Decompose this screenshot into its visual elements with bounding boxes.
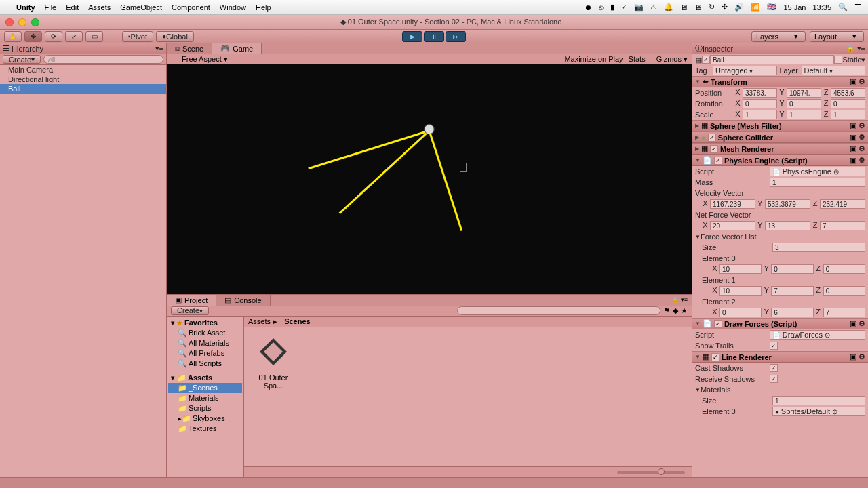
physics-engine-header[interactable]: ▼📄✓Physics Engine (Script)▣ ⚙ xyxy=(692,155,868,166)
e2-x[interactable] xyxy=(719,308,762,317)
e1-y[interactable] xyxy=(771,286,813,296)
hierarchy-item[interactable]: Main Camera xyxy=(0,65,166,75)
pivot-toggle[interactable]: ▪ Pivot xyxy=(122,31,153,42)
rect-tool[interactable]: ▭ xyxy=(85,31,103,42)
scale-y[interactable] xyxy=(787,110,821,119)
draw-forces-header[interactable]: ▼📄✓Draw Forces (Script)▣ ⚙ xyxy=(692,318,868,329)
global-toggle[interactable]: ● Global xyxy=(156,31,194,42)
e2-z[interactable] xyxy=(823,308,865,317)
scale-z[interactable] xyxy=(831,110,865,119)
bell-icon[interactable]: 🔔 xyxy=(664,3,673,12)
transform-header[interactable]: ▼⬌Transform▣ ⚙ xyxy=(692,76,868,87)
folder-item[interactable]: 📁 Materials xyxy=(168,393,242,403)
menu-assets[interactable]: Assets xyxy=(88,3,111,12)
e1-x[interactable] xyxy=(719,286,762,296)
menu-file[interactable]: File xyxy=(45,3,57,12)
camera-icon[interactable]: 📷 xyxy=(634,3,644,12)
vel-x[interactable] xyxy=(710,199,755,209)
layer-dropdown[interactable]: Default ▾ xyxy=(802,66,866,75)
pos-y[interactable] xyxy=(787,88,821,98)
folder-item[interactable]: 📁 Scripts xyxy=(168,403,242,413)
e0-y[interactable] xyxy=(771,264,813,274)
e0-z[interactable] xyxy=(823,264,865,274)
folder-item-selected[interactable]: 📁 _Scenes xyxy=(168,383,242,393)
tab-console[interactable]: ▤Console xyxy=(216,295,270,306)
display2-icon[interactable]: 🖥 xyxy=(694,3,702,12)
tab-project[interactable]: ▣Project xyxy=(167,295,216,306)
play-button[interactable]: ▶ xyxy=(402,31,422,42)
layers-dropdown[interactable]: Layers▾ xyxy=(751,31,806,42)
df-script-field[interactable]: 📄 DrawForces ⊙ xyxy=(770,330,865,340)
minimize-window-button[interactable] xyxy=(18,18,26,26)
menu-window[interactable]: Window xyxy=(220,3,246,12)
rot-y[interactable] xyxy=(787,99,821,108)
scale-tool[interactable]: ⤢ xyxy=(65,31,83,42)
gizmos-toggle[interactable]: Gizmos ▾ xyxy=(651,55,688,64)
close-window-button[interactable] xyxy=(5,18,14,26)
flag-icon[interactable]: 🇬🇧 xyxy=(767,3,776,12)
move-tool[interactable]: ✥ xyxy=(24,31,42,42)
fvl-size[interactable] xyxy=(772,243,865,252)
sphere-meshfilter-header[interactable]: ▶▦Sphere (Mesh Filter)▣ ⚙ xyxy=(692,120,868,131)
maximize-toggle[interactable]: Maximize on Play xyxy=(564,55,623,63)
folder-item[interactable]: ▸📁 Skyboxes xyxy=(168,413,242,424)
app-name[interactable]: Unity xyxy=(16,3,35,12)
script-field[interactable]: 📄 PhysicsEngine ⊙ xyxy=(770,167,865,176)
hierarchy-item[interactable]: Directional light xyxy=(0,75,166,84)
volume-icon[interactable]: 🔊 xyxy=(734,3,744,12)
project-search[interactable] xyxy=(457,306,660,315)
asset-item[interactable]: 01 Outer Spa... xyxy=(250,333,297,390)
vel-y[interactable] xyxy=(765,199,810,209)
show-trails-checkbox[interactable]: ✓ xyxy=(770,342,778,350)
hand-tool[interactable]: ✋ xyxy=(4,31,22,42)
rotate-tool[interactable]: ⟳ xyxy=(45,31,62,42)
hierarchy-item-selected[interactable]: Ball xyxy=(0,84,166,94)
rot-x[interactable] xyxy=(743,99,777,108)
mesh-renderer-header[interactable]: ▶▦✓Mesh Renderer▣ ⚙ xyxy=(692,143,868,155)
aspect-dropdown[interactable]: Free Aspect ▾ xyxy=(176,55,228,64)
flame-icon[interactable]: ♨ xyxy=(650,3,657,12)
e2-y[interactable] xyxy=(771,308,813,317)
save-search-icon[interactable]: ★ xyxy=(681,306,688,315)
pause-button[interactable]: ⏸ xyxy=(424,31,444,42)
mass-field[interactable] xyxy=(770,178,865,187)
rec-icon[interactable]: ⏺ xyxy=(585,3,592,12)
nf-z[interactable] xyxy=(820,221,865,230)
display-icon[interactable]: 🖥 xyxy=(680,3,688,12)
nf-x[interactable] xyxy=(710,221,755,230)
link-icon[interactable]: ⎋ xyxy=(599,3,604,12)
cast-shadows-checkbox[interactable]: ✓ xyxy=(770,364,778,372)
zoom-window-button[interactable] xyxy=(31,18,39,26)
object-name-field[interactable] xyxy=(710,55,834,64)
fav-item[interactable]: 🔍 Brick Asset xyxy=(168,328,242,338)
notifications-icon[interactable]: ☰ xyxy=(854,3,861,12)
step-button[interactable]: ⏭ xyxy=(446,31,466,42)
menubar-time[interactable]: 13:35 xyxy=(812,3,831,12)
crumb-current[interactable]: _Scenes xyxy=(280,317,311,325)
folder-item[interactable]: 📁 Textures xyxy=(168,424,242,434)
fav-item[interactable]: 🔍 All Scripts xyxy=(168,359,242,369)
favorites-node[interactable]: ▾ ★ Favorites xyxy=(168,318,242,328)
sphere-collider-header[interactable]: ▶●✓Sphere Collider▣ ⚙ xyxy=(692,131,868,143)
crumb-root[interactable]: Assets xyxy=(248,317,271,325)
scale-x[interactable] xyxy=(743,110,777,119)
e0-x[interactable] xyxy=(719,264,762,274)
rot-z[interactable] xyxy=(831,99,865,108)
spotlight-icon[interactable]: 🔍 xyxy=(838,3,848,12)
active-checkbox[interactable]: ✓ xyxy=(702,56,710,64)
menu-edit[interactable]: Edit xyxy=(66,3,79,12)
vel-z[interactable] xyxy=(820,199,865,209)
panel-menu-icon[interactable]: 🔒 ▾≡ xyxy=(667,295,692,306)
menu-gameobject[interactable]: GameObject xyxy=(120,3,162,12)
filter-icon[interactable]: ⚑ xyxy=(663,306,670,315)
mat-size[interactable] xyxy=(772,396,865,405)
pos-x[interactable] xyxy=(743,88,777,98)
fav-item[interactable]: 🔍 All Prefabs xyxy=(168,348,242,359)
line-renderer-header[interactable]: ▼▦✓Line Renderer▣ ⚙ xyxy=(692,351,868,363)
recv-shadows-checkbox[interactable]: ✓ xyxy=(770,375,778,383)
tag-dropdown[interactable]: Untagged ▾ xyxy=(713,66,777,75)
fav-item[interactable]: 🔍 All Materials xyxy=(168,338,242,348)
menu-component[interactable]: Component xyxy=(172,3,210,12)
tab-game[interactable]: 🎮Game xyxy=(212,43,262,54)
project-create[interactable]: Create ▾ xyxy=(171,306,209,315)
